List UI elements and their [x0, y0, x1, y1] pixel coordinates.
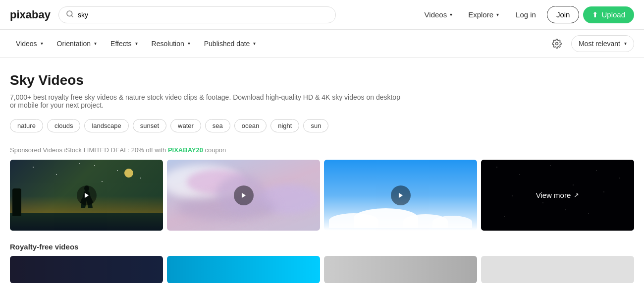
tag-nature[interactable]: nature	[10, 119, 43, 132]
svg-marker-5	[241, 192, 245, 198]
chevron-down-icon: ▾	[450, 12, 452, 17]
filter-effects-button[interactable]: Effects ▾	[105, 37, 144, 51]
explore-nav-button[interactable]: Explore ▾	[462, 6, 505, 23]
chevron-down-icon: ▾	[135, 41, 138, 46]
page-description: 7,000+ best royalty free sky videos & na…	[10, 93, 406, 109]
header: pixabay Videos ▾ Explore ▾ Log in Join ⬆…	[0, 0, 644, 30]
filter-bar: Videos ▾ Orientation ▾ Effects ▾ Resolut…	[0, 30, 644, 58]
filter-published-date-button[interactable]: Published date ▾	[198, 37, 262, 51]
section-label: Royalty-free videos	[10, 243, 634, 251]
filter-resolution-button[interactable]: Resolution ▾	[146, 37, 196, 51]
tag-sea[interactable]: sea	[205, 119, 230, 132]
tag-night[interactable]: night	[270, 119, 299, 132]
play-button-3[interactable]	[391, 185, 411, 205]
tag-clouds[interactable]: clouds	[47, 119, 81, 132]
sort-button[interactable]: Most relevant ▾	[571, 35, 634, 52]
bottom-video-card-4[interactable]	[481, 256, 634, 283]
tag-landscape[interactable]: landscape	[84, 119, 128, 132]
chevron-down-icon: ▾	[496, 12, 499, 17]
play-button-1[interactable]	[77, 185, 97, 205]
chevron-down-icon: ▾	[94, 41, 97, 46]
bottom-video-grid	[10, 256, 634, 283]
svg-line-1	[71, 15, 73, 17]
upload-icon: ⬆	[592, 10, 598, 19]
view-more-overlay[interactable]: View more ↗	[481, 160, 634, 231]
video-card-3[interactable]	[324, 160, 477, 231]
water-reflection	[10, 213, 163, 231]
filter-videos-button[interactable]: Videos ▾	[10, 37, 49, 51]
external-link-icon: ↗	[574, 191, 579, 199]
tag-water[interactable]: water	[170, 119, 201, 132]
sponsored-video-grid: View more ↗	[10, 160, 634, 231]
upload-button[interactable]: ⬆ Upload	[583, 6, 634, 23]
svg-point-2	[555, 42, 558, 45]
video-card-2[interactable]	[167, 160, 320, 231]
videos-nav-button[interactable]: Videos ▾	[419, 6, 459, 23]
chevron-down-icon: ▾	[624, 41, 627, 46]
bottom-video-card-3[interactable]	[324, 256, 477, 283]
white-clouds	[324, 206, 477, 231]
chevron-down-icon: ▾	[188, 41, 190, 46]
tag-ocean[interactable]: ocean	[234, 119, 267, 132]
bottom-video-card-1[interactable]	[10, 256, 163, 283]
chevron-down-icon: ▾	[253, 41, 256, 46]
play-button-2[interactable]	[234, 185, 254, 205]
search-input[interactable]	[78, 11, 328, 19]
filter-orientation-button[interactable]: Orientation ▾	[51, 37, 103, 51]
search-bar	[58, 6, 336, 23]
settings-button[interactable]	[548, 35, 565, 52]
filter-settings: Most relevant ▾	[548, 35, 634, 52]
tag-sunset[interactable]: sunset	[133, 119, 166, 132]
video-card-1[interactable]	[10, 160, 163, 231]
moon-decoration	[124, 169, 133, 178]
main-content: Sky Videos 7,000+ best royalty free sky …	[0, 58, 644, 293]
search-icon	[66, 10, 74, 20]
svg-marker-6	[398, 192, 402, 198]
video-card-4[interactable]: View more ↗	[481, 160, 634, 231]
coupon-code: PIXABAY20	[168, 146, 203, 154]
page-title: Sky Videos	[10, 72, 634, 88]
login-button[interactable]: Log in	[509, 6, 543, 23]
svg-marker-4	[84, 192, 88, 198]
bottom-video-card-2[interactable]	[167, 256, 320, 283]
logo[interactable]: pixabay	[10, 8, 51, 21]
join-button[interactable]: Join	[547, 6, 580, 23]
sponsored-text: Sponsored Videos iStock LIMITED DEAL: 20…	[10, 146, 634, 154]
chevron-down-icon: ▾	[41, 41, 43, 46]
tag-sun[interactable]: sun	[303, 119, 328, 132]
tree-left	[12, 188, 21, 216]
tags-container: nature clouds landscape sunset water sea…	[10, 119, 634, 132]
header-nav: Videos ▾ Explore ▾ Log in Join ⬆ Upload	[419, 6, 634, 23]
